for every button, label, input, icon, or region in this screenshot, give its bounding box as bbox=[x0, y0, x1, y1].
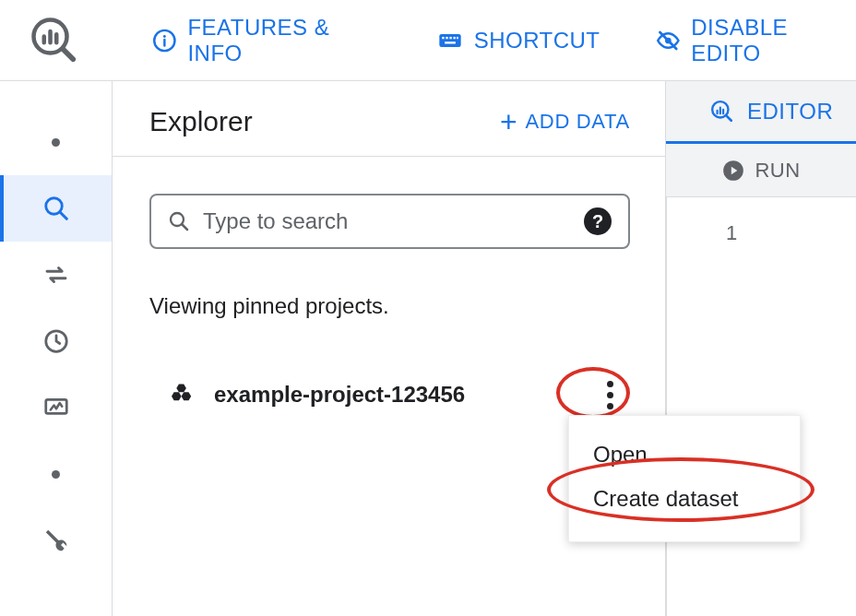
menu-item-create-dataset[interactable]: Create dataset bbox=[569, 477, 800, 521]
shortcut-label: SHORTCUT bbox=[474, 28, 600, 53]
magnify-icon bbox=[42, 195, 70, 222]
play-icon bbox=[721, 159, 745, 183]
search-icon bbox=[168, 210, 190, 232]
left-rail bbox=[0, 81, 113, 616]
line-number: 1 bbox=[726, 221, 737, 245]
dot-icon bbox=[52, 138, 60, 147]
project-actions-button[interactable] bbox=[590, 373, 630, 417]
svg-rect-5 bbox=[446, 36, 447, 38]
features-info-label: FEATURES & INFO bbox=[187, 15, 381, 66]
keyboard-icon bbox=[437, 28, 463, 53]
rail-item-reservations[interactable] bbox=[0, 374, 112, 441]
pinned-projects-text: Viewing pinned projects. bbox=[149, 293, 630, 319]
run-label: RUN bbox=[755, 159, 800, 183]
editor-tab-label: EDITOR bbox=[747, 99, 833, 124]
search-box[interactable]: ? bbox=[149, 194, 630, 249]
svg-marker-16 bbox=[172, 392, 182, 400]
svg-rect-9 bbox=[445, 41, 456, 43]
wrench-icon bbox=[42, 527, 70, 554]
dot-icon bbox=[52, 470, 60, 479]
rail-item-dot2[interactable] bbox=[0, 441, 112, 507]
info-icon bbox=[152, 28, 177, 53]
editor-tab[interactable]: EDITOR bbox=[666, 81, 856, 144]
rail-item-scheduled[interactable] bbox=[0, 308, 112, 374]
project-row[interactable]: example-project-123456 Open Create datas… bbox=[149, 373, 630, 417]
shortcut-link[interactable]: SHORTCUT bbox=[437, 28, 600, 53]
features-info-link[interactable]: FEATURES & INFO bbox=[152, 15, 382, 66]
clock-icon bbox=[42, 327, 70, 355]
bigquery-small-icon bbox=[710, 100, 734, 124]
bigquery-logo-icon bbox=[30, 16, 79, 65]
menu-item-open[interactable]: Open bbox=[569, 432, 800, 477]
project-name: example-project-123456 bbox=[214, 382, 465, 408]
editor-gutter[interactable]: 1 bbox=[666, 197, 856, 616]
disable-editor-link[interactable]: DISABLE EDITO bbox=[656, 15, 856, 66]
svg-marker-17 bbox=[182, 392, 192, 400]
svg-rect-7 bbox=[453, 36, 455, 38]
explorer-title: Explorer bbox=[149, 106, 253, 137]
rail-item-transfers[interactable] bbox=[0, 242, 112, 308]
project-context-menu: Open Create dataset bbox=[568, 415, 801, 542]
search-help-button[interactable]: ? bbox=[584, 207, 612, 235]
project-icon bbox=[172, 382, 199, 408]
rail-item-dot1[interactable] bbox=[0, 109, 112, 175]
plus-icon: + bbox=[500, 107, 517, 136]
svg-point-2 bbox=[163, 35, 166, 38]
monitor-icon bbox=[42, 394, 70, 421]
svg-marker-15 bbox=[176, 385, 186, 393]
visibility-off-icon bbox=[656, 28, 681, 53]
top-bar: FEATURES & INFO SHORTCUT DISABLE EDITO bbox=[0, 0, 856, 81]
rail-item-workspace[interactable] bbox=[0, 175, 112, 242]
add-data-button[interactable]: + ADD DATA bbox=[500, 107, 630, 136]
disable-editor-label: DISABLE EDITO bbox=[691, 15, 856, 66]
svg-rect-8 bbox=[457, 36, 458, 38]
svg-rect-3 bbox=[439, 34, 460, 47]
svg-rect-6 bbox=[449, 36, 451, 38]
run-button[interactable]: RUN bbox=[666, 144, 856, 197]
add-data-label: ADD DATA bbox=[525, 110, 630, 134]
swap-icon bbox=[42, 261, 70, 289]
explorer-panel: Explorer + ADD DATA ? Viewing pinned pro… bbox=[113, 81, 666, 616]
app-logo bbox=[0, 0, 110, 80]
svg-rect-13 bbox=[45, 399, 66, 413]
svg-rect-4 bbox=[442, 36, 444, 38]
rail-item-settings[interactable] bbox=[0, 507, 112, 574]
search-input[interactable] bbox=[203, 208, 571, 234]
